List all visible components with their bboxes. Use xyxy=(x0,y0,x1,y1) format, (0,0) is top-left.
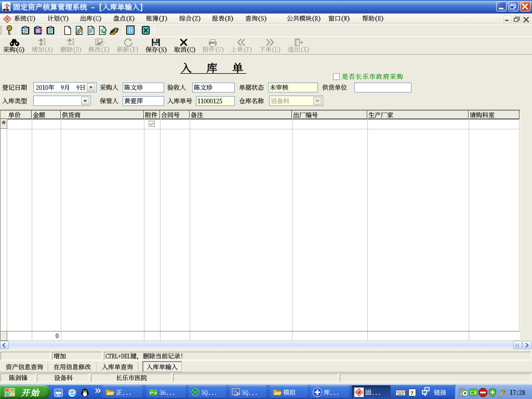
svg-text:?: ? xyxy=(410,390,414,396)
